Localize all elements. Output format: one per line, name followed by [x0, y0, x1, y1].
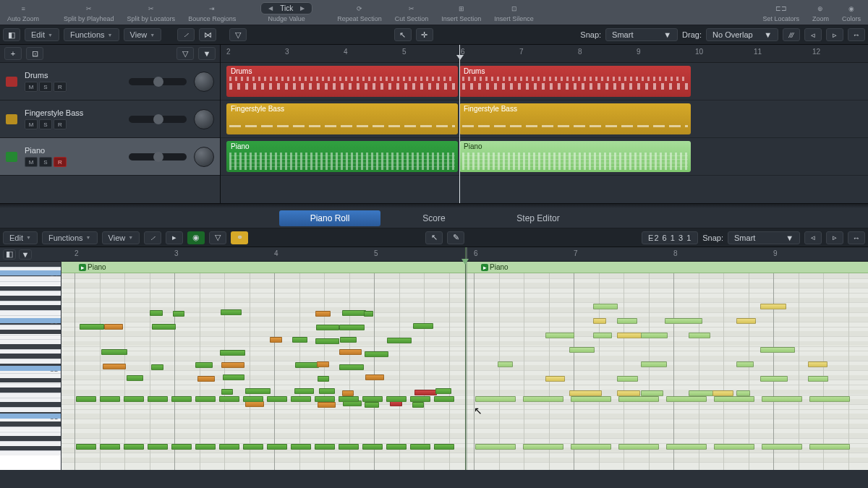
functions-menu[interactable]: Functions▼ [64, 28, 119, 41]
palette-icon: ◉ [848, 3, 854, 14]
snap-dropdown[interactable]: Smart▼ [605, 28, 678, 41]
split-playhead-button[interactable]: ✂Split by Playhead [59, 3, 119, 22]
record-button[interactable]: R [54, 157, 67, 167]
link-button[interactable]: ⚭ [231, 231, 248, 244]
locators-icon: ⊏⊐ [775, 3, 787, 14]
region-drums-1[interactable]: Drums [226, 66, 458, 97]
zoom-button[interactable]: ⊕Zoom [808, 3, 833, 22]
dropdown-button[interactable]: ▼ [19, 249, 32, 260]
piano-roll-sidebar: ◧ ▼ C4C3C2C1 [0, 247, 61, 470]
track-name: Fingerstyle Bass [25, 108, 122, 117]
tab-score[interactable]: Score [383, 210, 485, 226]
solo-button[interactable]: S [39, 119, 52, 129]
track-icon [6, 77, 17, 87]
flex-button[interactable]: ⋈ [199, 28, 216, 41]
catch-button[interactable]: ⊡ [26, 47, 43, 60]
insert-silence-button[interactable]: ⊡Insert Silence [490, 3, 538, 22]
silence-icon: ⊡ [511, 3, 517, 14]
mute-button[interactable]: M [25, 119, 38, 129]
solo-button[interactable]: S [39, 157, 52, 167]
pan-knob[interactable] [194, 72, 214, 92]
track-header-bass[interactable]: Fingerstyle Bass M S R [0, 100, 220, 138]
region-bass-2[interactable]: Fingerstyle Bass [459, 103, 691, 134]
nav-fwd-button[interactable]: ▹ [826, 28, 843, 41]
insert-section-button[interactable]: ⊞Insert Section [437, 3, 485, 22]
track-header-piano[interactable]: Piano M S R [0, 138, 220, 176]
pointer-tool[interactable]: ↖ [394, 28, 412, 41]
view-menu[interactable]: View▼ [124, 28, 162, 41]
add-track-button[interactable]: + [4, 47, 22, 60]
automation-button[interactable]: ⟋ [144, 231, 161, 244]
region-bass-1[interactable]: Fingerstyle Bass [226, 103, 458, 134]
split-locators-button[interactable]: ✂Split by Locators [123, 3, 180, 22]
waveform-zoom-button[interactable]: ⫻ [783, 28, 800, 41]
nudge-value-control[interactable]: ◀Tick▶ Nudge Value [256, 2, 317, 22]
snap-dropdown[interactable]: Smart▼ [728, 231, 800, 244]
region-drums-2[interactable]: Drums [459, 66, 691, 97]
record-button[interactable]: R [54, 119, 67, 129]
filter-button[interactable]: ▽ [176, 47, 194, 60]
colors-button[interactable]: ◉Colors [838, 3, 865, 22]
track-header-drums[interactable]: Drums M S R [0, 63, 220, 100]
mute-button[interactable]: M [25, 82, 38, 92]
track-name: Drums [25, 71, 122, 80]
bounce-icon: ⇥ [209, 3, 215, 14]
solo-button[interactable]: S [39, 82, 52, 92]
volume-slider[interactable] [129, 153, 187, 160]
edit-menu[interactable]: Edit▼ [3, 231, 38, 244]
playhead[interactable] [459, 45, 460, 203]
automation-button[interactable]: ⟋ [177, 28, 195, 41]
track-icon [6, 152, 17, 162]
scissors-icon: ✂ [86, 3, 92, 14]
cut-icon: ✂ [409, 3, 414, 14]
volume-slider[interactable] [129, 78, 187, 85]
inspector-button[interactable]: ◧ [3, 249, 16, 260]
pointer-tool[interactable]: ↖ [425, 231, 443, 244]
bounce-regions-button[interactable]: ⇥Bounce Regions [184, 3, 240, 22]
mute-button[interactable]: M [25, 157, 38, 167]
region-piano-1[interactable]: Piano [226, 141, 458, 172]
filter-button[interactable]: ▽ [229, 28, 247, 41]
left-panel-button[interactable]: ◧ [3, 28, 20, 41]
piano-keyboard[interactable]: C4C3C2C1 [0, 262, 61, 470]
repeat-section-button[interactable]: ⟳Repeat Section [333, 3, 386, 22]
dropdown-button[interactable]: ▼ [198, 47, 216, 60]
pan-knob[interactable] [194, 147, 214, 167]
region-label: Piano [477, 262, 509, 273]
nav-fwd-button[interactable]: ▹ [826, 231, 843, 244]
piano-roll-grid[interactable]: 23456789 Piano Piano ↖ [61, 247, 868, 470]
region-piano-2[interactable]: Piano [459, 141, 691, 172]
region-row: Fingerstyle Bass Fingerstyle Bass [221, 100, 868, 138]
arrange-toolbar: ◧ Edit▼ Functions▼ View▼ ⟋ ⋈ ▽ ↖ ✛ Snap:… [0, 25, 868, 45]
arrange-ruler[interactable]: 23456789101112 [221, 45, 868, 63]
tab-piano-roll[interactable]: Piano Roll [279, 210, 380, 226]
edit-menu[interactable]: Edit▼ [25, 28, 59, 41]
nav-back-button[interactable]: ◃ [804, 28, 822, 41]
auto-zoom-button[interactable]: ≡Auto Zoom [3, 3, 43, 22]
expand-button[interactable]: ↔ [848, 231, 865, 244]
collapse-button[interactable]: ▸ [166, 231, 183, 244]
pan-knob[interactable] [194, 109, 214, 129]
view-menu[interactable]: View▼ [102, 231, 140, 244]
functions-menu[interactable]: Functions▼ [42, 231, 98, 244]
chevron-right-icon[interactable]: ▶ [300, 5, 305, 12]
playhead[interactable] [465, 247, 466, 470]
record-button[interactable]: R [54, 82, 67, 92]
expand-button[interactable]: ↔ [848, 28, 865, 41]
cut-section-button[interactable]: ✂Cut Section [391, 3, 433, 22]
filter-button[interactable]: ▽ [209, 231, 226, 244]
set-locators-button[interactable]: ⊏⊐Set Locators [758, 3, 804, 22]
tab-step-editor[interactable]: Step Editor [488, 210, 589, 226]
arrange-grid[interactable]: 23456789101112 Drums Drums Fingerstyle B… [221, 45, 868, 203]
track-icon [6, 114, 17, 124]
main-toolbar: ≡Auto Zoom ✂Split by Playhead ✂Split by … [0, 0, 868, 25]
volume-slider[interactable] [129, 116, 187, 123]
nav-back-button[interactable]: ◃ [804, 231, 822, 244]
pencil-tool[interactable]: ✎ [447, 231, 464, 244]
chevron-left-icon[interactable]: ◀ [268, 5, 273, 12]
drag-dropdown[interactable]: No Overlap▼ [706, 28, 778, 41]
piano-roll-sidebar-toolbar: ◧ ▼ [0, 247, 61, 262]
marquee-tool[interactable]: ✛ [416, 28, 433, 41]
track-name: Piano [25, 146, 122, 155]
midi-in-button[interactable]: ◉ [187, 231, 205, 244]
